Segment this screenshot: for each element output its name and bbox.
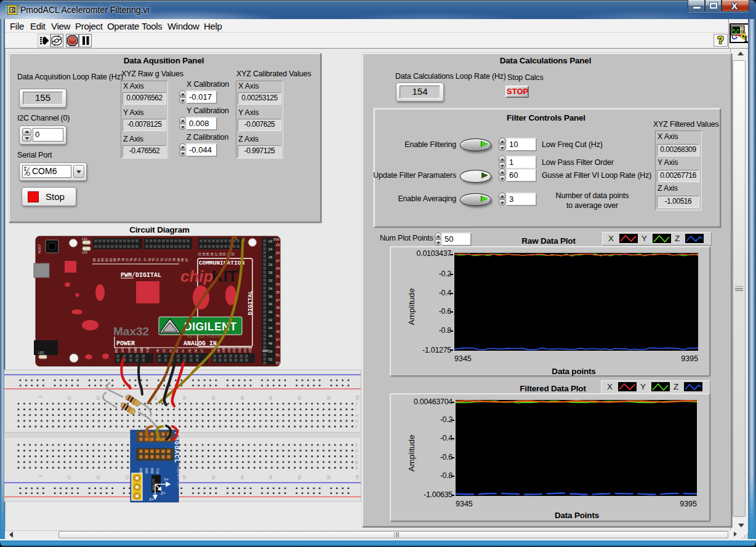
svg-text:80: 80 — [113, 258, 116, 262]
svg-text:44: 44 — [268, 327, 272, 330]
svg-text:D: D — [355, 449, 358, 453]
svg-text:50: 50 — [297, 475, 302, 480]
svg-text:35: 35 — [276, 291, 279, 295]
svg-text:13: 13 — [231, 252, 235, 256]
svg-text:50: 50 — [268, 350, 272, 354]
svg-text:A1: A1 — [163, 349, 166, 353]
svg-text:A4: A4 — [182, 349, 185, 353]
svg-text:Digilent Inc.: Digilent Inc. — [177, 466, 180, 488]
svg-text:49: 49 — [276, 346, 279, 349]
svg-text:40: 40 — [268, 311, 272, 314]
svg-text:Max32: Max32 — [113, 325, 149, 338]
svg-text:LD3: LD3 — [38, 351, 44, 355]
svg-text:chip: chip — [180, 267, 214, 285]
svg-text:55: 55 — [326, 475, 331, 480]
svg-text:55: 55 — [326, 396, 331, 401]
svg-text:A9: A9 — [217, 349, 220, 353]
svg-text:35: 35 — [211, 396, 215, 401]
svg-text:74: 74 — [156, 258, 159, 262]
svg-text:GND: GND — [145, 467, 149, 474]
svg-text:SCL: SCL — [156, 468, 160, 474]
svg-text:69: 69 — [177, 258, 180, 262]
svg-text:A0: A0 — [156, 349, 159, 353]
svg-text:82: 82 — [105, 258, 108, 262]
svg-text:52: 52 — [268, 358, 272, 362]
svg-text:3V3: 3V3 — [121, 347, 124, 353]
svg-text:42: 42 — [268, 319, 272, 322]
svg-text:73: 73 — [161, 258, 164, 262]
svg-text:J: J — [355, 402, 357, 406]
svg-text:53: 53 — [276, 362, 279, 365]
svg-text:60: 60 — [355, 396, 360, 401]
svg-text:71: 71 — [169, 258, 172, 262]
svg-text:79: 79 — [118, 258, 121, 262]
svg-text:A5: A5 — [188, 349, 191, 353]
svg-text:20: 20 — [125, 475, 129, 480]
svg-text:30: 30 — [182, 396, 187, 401]
svg-text:74: 74 — [139, 258, 142, 262]
svg-text:Y+: Y+ — [164, 477, 169, 482]
svg-text:40: 40 — [240, 396, 244, 401]
svg-text:81: 81 — [110, 258, 113, 262]
svg-text:25: 25 — [276, 252, 279, 255]
svg-text:34: 34 — [268, 287, 272, 291]
svg-text:22: 22 — [268, 240, 272, 244]
svg-text:45: 45 — [276, 330, 279, 334]
svg-text:46: 46 — [268, 335, 272, 338]
svg-text:85: 85 — [93, 258, 96, 262]
svg-text:G: G — [355, 419, 358, 423]
svg-text:30: 30 — [268, 271, 272, 275]
svg-text:5: 5 — [38, 396, 42, 398]
svg-text:19: 19 — [206, 252, 209, 256]
svg-text:24: 24 — [268, 248, 272, 252]
svg-text:GND: GND — [262, 349, 268, 353]
svg-text:18: 18 — [211, 252, 214, 256]
svg-text:DIGITAL: DIGITAL — [247, 290, 254, 315]
svg-text:5V0: 5V0 — [128, 347, 131, 353]
svg-text:77: 77 — [126, 258, 129, 262]
svg-text:LD1: LD1 — [82, 238, 87, 241]
svg-text:77: 77 — [144, 258, 147, 262]
svg-text:A13: A13 — [238, 347, 241, 353]
svg-text:A7: A7 — [201, 349, 204, 353]
svg-text:A6: A6 — [195, 349, 198, 353]
svg-text:50: 50 — [297, 396, 302, 401]
svg-text:15: 15 — [96, 396, 100, 401]
svg-text:COMMUNICATION: COMMUNICATION — [199, 260, 244, 266]
svg-text:15: 15 — [223, 252, 226, 256]
svg-text:10: 10 — [67, 396, 71, 401]
svg-text:GND: GND — [140, 347, 143, 353]
svg-text:70: 70 — [173, 258, 176, 262]
svg-text:29: 29 — [276, 267, 279, 271]
svg-text:RST: RST — [115, 347, 118, 353]
svg-text:21: 21 — [198, 252, 201, 256]
svg-text:76: 76 — [130, 258, 133, 262]
svg-text:43: 43 — [276, 322, 279, 326]
svg-text:37: 37 — [276, 299, 279, 303]
svg-text:35: 35 — [211, 475, 215, 480]
svg-text:20: 20 — [203, 252, 206, 256]
svg-text:27: 27 — [276, 260, 279, 263]
svg-text:60: 60 — [355, 475, 360, 480]
svg-text:KIT: KIT — [212, 267, 238, 285]
svg-text:28: 28 — [268, 263, 272, 267]
svg-text:45: 45 — [268, 396, 273, 401]
svg-text:A12: A12 — [233, 347, 236, 353]
svg-text:16: 16 — [219, 252, 222, 256]
svg-text:75: 75 — [152, 258, 155, 262]
svg-text:A10: A10 — [222, 347, 225, 353]
svg-text:A14: A14 — [244, 347, 247, 353]
svg-text:30: 30 — [182, 475, 187, 480]
svg-text:H: H — [355, 413, 358, 418]
svg-text:1: 1 — [744, 36, 748, 42]
svg-text:5: 5 — [38, 475, 42, 477]
svg-text:26: 26 — [268, 256, 272, 260]
svg-text:78: 78 — [122, 258, 125, 262]
svg-text:36: 36 — [268, 295, 272, 299]
svg-text:A15: A15 — [249, 347, 252, 353]
svg-text:75: 75 — [134, 258, 137, 262]
svg-text:45: 45 — [268, 475, 273, 480]
svg-text:E: E — [355, 443, 358, 447]
svg-text:47: 47 — [276, 338, 279, 342]
svg-text:A11: A11 — [228, 347, 231, 353]
